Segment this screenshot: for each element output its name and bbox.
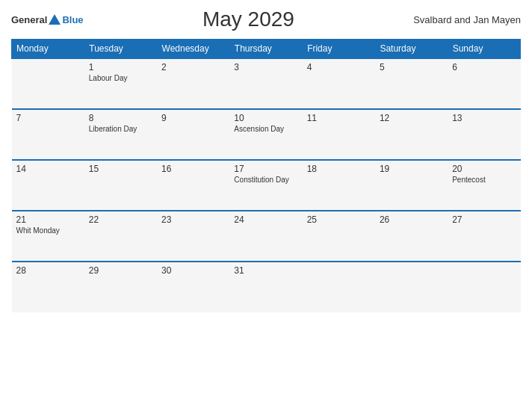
col-saturday: Saturday xyxy=(375,40,448,59)
calendar-week-row: 28293031 xyxy=(12,262,521,312)
logo: General Blue xyxy=(11,14,84,25)
day-number: 27 xyxy=(452,214,516,225)
calendar-cell: 31 xyxy=(229,262,302,312)
day-number: 14 xyxy=(16,164,80,174)
calendar-cell: 9 xyxy=(157,109,229,160)
calendar-cell xyxy=(303,262,375,312)
calendar-cell: 11 xyxy=(303,109,375,160)
holiday-label: Constitution Day xyxy=(234,176,297,184)
calendar: Monday Tuesday Wednesday Thursday Friday… xyxy=(11,39,521,312)
calendar-cell xyxy=(12,58,84,109)
calendar-cell: 15 xyxy=(84,160,157,211)
day-number: 8 xyxy=(89,113,152,123)
calendar-cell: 3 xyxy=(229,58,302,109)
day-number: 3 xyxy=(234,62,297,72)
header: General Blue May 2029 Svalbard and Jan M… xyxy=(11,7,521,31)
col-wednesday: Wednesday xyxy=(157,40,229,59)
calendar-cell: 30 xyxy=(157,262,229,312)
calendar-week-row: 21Whit Monday222324252627 xyxy=(12,211,521,262)
calendar-cell: 21Whit Monday xyxy=(12,211,84,262)
day-number: 20 xyxy=(452,164,516,174)
calendar-cell: 17Constitution Day xyxy=(229,160,302,211)
calendar-cell: 4 xyxy=(303,58,375,109)
day-number: 16 xyxy=(161,164,225,174)
calendar-cell: 27 xyxy=(448,211,520,262)
calendar-week-row: 14151617Constitution Day181920Pentecost xyxy=(12,160,521,211)
col-monday: Monday xyxy=(12,40,84,59)
day-number: 26 xyxy=(380,214,443,225)
day-number: 21 xyxy=(16,214,80,225)
day-number: 31 xyxy=(234,265,297,276)
calendar-cell: 22 xyxy=(84,211,157,262)
day-number: 1 xyxy=(89,62,152,72)
calendar-cell: 19 xyxy=(375,160,448,211)
col-tuesday: Tuesday xyxy=(84,40,157,59)
day-number: 18 xyxy=(307,164,371,174)
day-number: 7 xyxy=(16,113,80,123)
calendar-cell: 16 xyxy=(157,160,229,211)
calendar-cell: 28 xyxy=(12,262,84,312)
day-number: 30 xyxy=(161,265,225,276)
holiday-label: Liberation Day xyxy=(89,125,152,133)
day-number: 17 xyxy=(234,164,297,174)
day-number: 10 xyxy=(234,113,297,123)
day-number: 9 xyxy=(161,113,225,123)
day-number: 25 xyxy=(307,214,371,225)
calendar-cell: 13 xyxy=(448,109,520,160)
calendar-cell: 24 xyxy=(229,211,302,262)
day-number: 6 xyxy=(452,62,516,72)
calendar-cell: 5 xyxy=(375,58,448,109)
holiday-label: Whit Monday xyxy=(16,226,80,235)
calendar-cell: 23 xyxy=(157,211,229,262)
holiday-label: Pentecost xyxy=(452,176,516,184)
calendar-cell: 14 xyxy=(12,160,84,211)
day-number: 15 xyxy=(89,164,152,174)
logo-triangle-icon xyxy=(49,14,61,25)
region-name: Svalbard and Jan Mayen xyxy=(413,14,521,25)
weekday-header-row: Monday Tuesday Wednesday Thursday Friday… xyxy=(12,40,521,59)
day-number: 23 xyxy=(161,214,225,225)
day-number: 29 xyxy=(89,265,152,276)
logo-blue-text: Blue xyxy=(62,14,83,25)
logo-general-text: General xyxy=(11,14,47,25)
calendar-cell: 8Liberation Day xyxy=(84,109,157,160)
day-number: 19 xyxy=(380,164,443,174)
day-number: 2 xyxy=(161,62,225,72)
calendar-week-row: 78Liberation Day910Ascension Day111213 xyxy=(12,109,521,160)
page: General Blue May 2029 Svalbard and Jan M… xyxy=(0,0,532,411)
calendar-cell: 25 xyxy=(303,211,375,262)
day-number: 13 xyxy=(452,113,516,123)
calendar-cell xyxy=(375,262,448,312)
calendar-cell: 6 xyxy=(448,58,520,109)
day-number: 24 xyxy=(234,214,297,225)
holiday-label: Ascension Day xyxy=(234,125,297,133)
day-number: 11 xyxy=(307,113,371,123)
col-thursday: Thursday xyxy=(229,40,302,59)
calendar-cell: 20Pentecost xyxy=(448,160,520,211)
calendar-cell: 26 xyxy=(375,211,448,262)
calendar-cell: 2 xyxy=(157,58,229,109)
calendar-cell: 1Labour Day xyxy=(84,58,157,109)
calendar-cell: 12 xyxy=(375,109,448,160)
calendar-cell: 7 xyxy=(12,109,84,160)
day-number: 22 xyxy=(89,214,152,225)
calendar-cell: 29 xyxy=(84,262,157,312)
day-number: 28 xyxy=(16,265,80,276)
calendar-week-row: 1Labour Day23456 xyxy=(12,58,521,109)
col-sunday: Sunday xyxy=(448,40,520,59)
day-number: 12 xyxy=(380,113,443,123)
day-number: 4 xyxy=(307,62,371,72)
calendar-cell: 18 xyxy=(303,160,375,211)
month-title: May 2029 xyxy=(202,7,294,31)
calendar-cell: 10Ascension Day xyxy=(229,109,302,160)
calendar-cell xyxy=(448,262,520,312)
holiday-label: Labour Day xyxy=(89,74,152,82)
col-friday: Friday xyxy=(303,40,375,59)
day-number: 5 xyxy=(380,62,443,72)
